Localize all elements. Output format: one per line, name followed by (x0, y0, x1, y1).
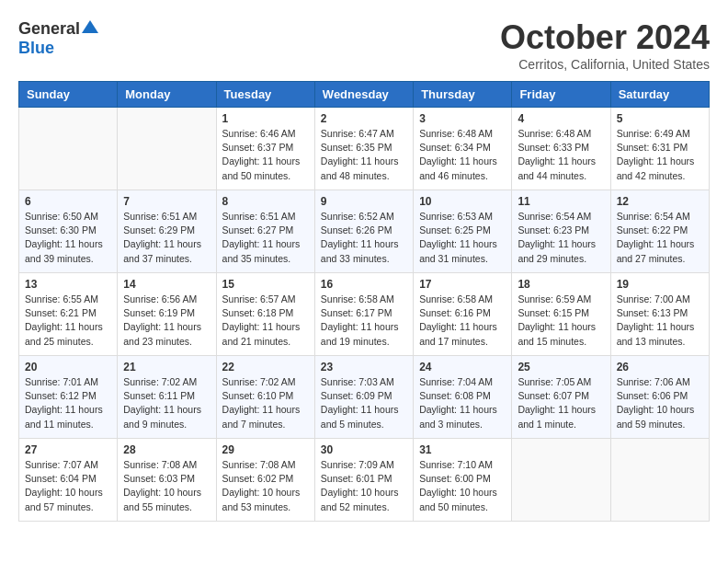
day-number: 23 (321, 361, 407, 373)
calendar-cell: 23Sunrise: 7:03 AM Sunset: 6:09 PM Dayli… (314, 356, 413, 439)
calendar-cell: 31Sunrise: 7:10 AM Sunset: 6:00 PM Dayli… (414, 439, 512, 522)
calendar-cell: 27Sunrise: 7:07 AM Sunset: 6:04 PM Dayli… (19, 439, 118, 522)
calendar-cell: 7Sunrise: 6:51 AM Sunset: 6:29 PM Daylig… (118, 190, 216, 273)
day-number: 24 (419, 361, 506, 373)
day-number: 16 (321, 278, 407, 291)
day-number: 12 (617, 195, 703, 208)
day-info: Sunrise: 6:57 AM Sunset: 6:18 PM Dayligh… (222, 293, 309, 349)
day-number: 10 (419, 195, 506, 208)
day-number: 15 (222, 278, 309, 291)
calendar-cell: 10Sunrise: 6:53 AM Sunset: 6:25 PM Dayli… (414, 190, 512, 273)
day-number: 7 (123, 195, 210, 208)
day-info: Sunrise: 6:49 AM Sunset: 6:31 PM Dayligh… (617, 127, 703, 183)
day-info: Sunrise: 7:08 AM Sunset: 6:02 PM Dayligh… (222, 458, 309, 514)
day-info: Sunrise: 7:04 AM Sunset: 6:08 PM Dayligh… (419, 375, 506, 431)
day-number: 18 (518, 278, 604, 291)
logo: General Blue (18, 18, 98, 58)
calendar-cell: 30Sunrise: 7:09 AM Sunset: 6:01 PM Dayli… (314, 439, 413, 522)
day-info: Sunrise: 6:54 AM Sunset: 6:23 PM Dayligh… (518, 210, 604, 266)
page-header: General Blue October 2024 Cerritos, Cali… (18, 18, 710, 72)
calendar-cell (118, 108, 216, 190)
day-info: Sunrise: 7:01 AM Sunset: 6:12 PM Dayligh… (25, 375, 111, 431)
day-number: 3 (419, 112, 506, 125)
weekday-header-wednesday: Wednesday (314, 82, 413, 108)
calendar-cell (610, 439, 709, 522)
calendar-cell: 24Sunrise: 7:04 AM Sunset: 6:08 PM Dayli… (414, 356, 512, 439)
day-info: Sunrise: 7:09 AM Sunset: 6:01 PM Dayligh… (321, 458, 407, 514)
weekday-header-saturday: Saturday (610, 82, 709, 108)
calendar-cell: 20Sunrise: 7:01 AM Sunset: 6:12 PM Dayli… (19, 356, 118, 439)
day-info: Sunrise: 6:56 AM Sunset: 6:19 PM Dayligh… (123, 293, 210, 349)
day-number: 14 (123, 278, 210, 291)
day-info: Sunrise: 6:54 AM Sunset: 6:22 PM Dayligh… (617, 210, 703, 266)
day-number: 6 (25, 195, 111, 208)
day-number: 17 (419, 278, 506, 291)
calendar-cell: 3Sunrise: 6:48 AM Sunset: 6:34 PM Daylig… (414, 108, 512, 190)
day-number: 9 (321, 195, 407, 208)
weekday-header-thursday: Thursday (414, 82, 512, 108)
calendar-cell: 6Sunrise: 6:50 AM Sunset: 6:30 PM Daylig… (19, 190, 118, 273)
day-number: 19 (617, 278, 703, 291)
day-info: Sunrise: 7:05 AM Sunset: 6:07 PM Dayligh… (518, 375, 604, 431)
day-number: 4 (518, 112, 604, 125)
day-info: Sunrise: 6:47 AM Sunset: 6:35 PM Dayligh… (321, 127, 407, 183)
calendar-cell: 4Sunrise: 6:48 AM Sunset: 6:33 PM Daylig… (512, 108, 610, 190)
day-info: Sunrise: 7:08 AM Sunset: 6:03 PM Dayligh… (123, 458, 210, 514)
calendar-cell: 18Sunrise: 6:59 AM Sunset: 6:15 PM Dayli… (512, 273, 610, 356)
weekday-header-row: SundayMondayTuesdayWednesdayThursdayFrid… (19, 82, 710, 108)
calendar-cell: 19Sunrise: 7:00 AM Sunset: 6:13 PM Dayli… (610, 273, 709, 356)
day-number: 27 (25, 443, 111, 456)
calendar-week-2: 6Sunrise: 6:50 AM Sunset: 6:30 PM Daylig… (19, 190, 710, 273)
day-number: 11 (518, 195, 604, 208)
calendar-cell (512, 439, 610, 522)
calendar-cell: 29Sunrise: 7:08 AM Sunset: 6:02 PM Dayli… (216, 439, 314, 522)
day-number: 22 (222, 361, 309, 373)
month-title: October 2024 (500, 18, 710, 57)
calendar-cell: 9Sunrise: 6:52 AM Sunset: 6:26 PM Daylig… (314, 190, 413, 273)
calendar-cell (19, 108, 118, 190)
day-number: 21 (123, 361, 210, 373)
day-info: Sunrise: 6:59 AM Sunset: 6:15 PM Dayligh… (518, 293, 604, 349)
weekday-header-monday: Monday (118, 82, 216, 108)
calendar-cell: 13Sunrise: 6:55 AM Sunset: 6:21 PM Dayli… (19, 273, 118, 356)
day-number: 30 (321, 443, 407, 456)
day-number: 29 (222, 443, 309, 456)
day-info: Sunrise: 6:52 AM Sunset: 6:26 PM Dayligh… (321, 210, 407, 266)
logo-general-text: General (18, 19, 80, 39)
day-number: 28 (123, 443, 210, 456)
day-info: Sunrise: 7:03 AM Sunset: 6:09 PM Dayligh… (321, 375, 407, 431)
calendar-cell: 8Sunrise: 6:51 AM Sunset: 6:27 PM Daylig… (216, 190, 314, 273)
calendar-cell: 22Sunrise: 7:02 AM Sunset: 6:10 PM Dayli… (216, 356, 314, 439)
calendar-cell: 17Sunrise: 6:58 AM Sunset: 6:16 PM Dayli… (414, 273, 512, 356)
calendar-cell: 12Sunrise: 6:54 AM Sunset: 6:22 PM Dayli… (610, 190, 709, 273)
day-info: Sunrise: 7:06 AM Sunset: 6:06 PM Dayligh… (617, 375, 703, 431)
day-info: Sunrise: 7:10 AM Sunset: 6:00 PM Dayligh… (419, 458, 506, 514)
day-info: Sunrise: 7:07 AM Sunset: 6:04 PM Dayligh… (25, 458, 111, 514)
calendar-cell: 1Sunrise: 6:46 AM Sunset: 6:37 PM Daylig… (216, 108, 314, 190)
day-info: Sunrise: 7:00 AM Sunset: 6:13 PM Dayligh… (617, 293, 703, 349)
day-number: 2 (321, 112, 407, 125)
weekday-header-tuesday: Tuesday (216, 82, 314, 108)
calendar-cell: 21Sunrise: 7:02 AM Sunset: 6:11 PM Dayli… (118, 356, 216, 439)
day-number: 20 (25, 361, 111, 373)
calendar-cell: 11Sunrise: 6:54 AM Sunset: 6:23 PM Dayli… (512, 190, 610, 273)
day-info: Sunrise: 6:58 AM Sunset: 6:16 PM Dayligh… (419, 293, 506, 349)
day-info: Sunrise: 6:51 AM Sunset: 6:27 PM Dayligh… (222, 210, 309, 266)
calendar-cell: 25Sunrise: 7:05 AM Sunset: 6:07 PM Dayli… (512, 356, 610, 439)
day-info: Sunrise: 6:48 AM Sunset: 6:33 PM Dayligh… (518, 127, 604, 183)
weekday-header-sunday: Sunday (19, 82, 118, 108)
logo-blue-text: Blue (18, 39, 54, 57)
day-number: 5 (617, 112, 703, 125)
calendar-cell: 16Sunrise: 6:58 AM Sunset: 6:17 PM Dayli… (314, 273, 413, 356)
day-info: Sunrise: 6:53 AM Sunset: 6:25 PM Dayligh… (419, 210, 506, 266)
title-area: October 2024 Cerritos, California, Unite… (500, 18, 710, 72)
day-info: Sunrise: 6:55 AM Sunset: 6:21 PM Dayligh… (25, 293, 111, 349)
calendar-week-1: 1Sunrise: 6:46 AM Sunset: 6:37 PM Daylig… (19, 108, 710, 190)
day-info: Sunrise: 6:46 AM Sunset: 6:37 PM Dayligh… (222, 127, 309, 183)
day-number: 31 (419, 443, 506, 456)
day-info: Sunrise: 7:02 AM Sunset: 6:11 PM Dayligh… (123, 375, 210, 431)
calendar-cell: 5Sunrise: 6:49 AM Sunset: 6:31 PM Daylig… (610, 108, 709, 190)
calendar-table: SundayMondayTuesdayWednesdayThursdayFrid… (18, 81, 710, 522)
day-info: Sunrise: 7:02 AM Sunset: 6:10 PM Dayligh… (222, 375, 309, 431)
day-number: 25 (518, 361, 604, 373)
